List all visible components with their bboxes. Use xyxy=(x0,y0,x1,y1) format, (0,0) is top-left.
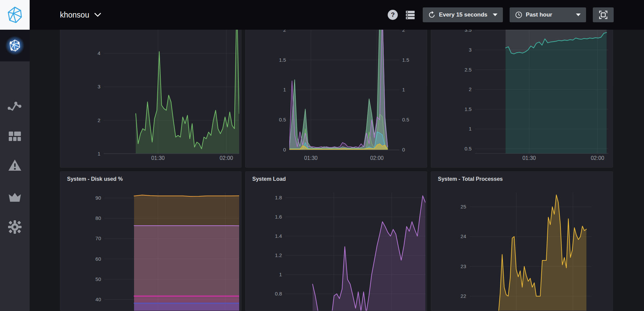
chevron-down-icon xyxy=(94,12,101,17)
y-axis-label: 1.2 xyxy=(258,252,282,259)
metrics-graph-icon xyxy=(8,100,22,112)
y-axis-label: 1.4 xyxy=(258,233,282,239)
y-axis-label: 40 xyxy=(77,296,101,303)
y-axis-label: 3.5 xyxy=(448,30,472,33)
panel-system-load[interactable]: System Load 1.81.61.41.210.80.6 xyxy=(245,171,427,311)
y-axis-label: 25 xyxy=(443,203,466,210)
y-axis-label: 50 xyxy=(77,276,101,283)
gem-logo-icon xyxy=(6,6,24,24)
help-button[interactable]: ? xyxy=(388,10,398,20)
sidebar-item-metrics[interactable] xyxy=(0,95,30,116)
y-axis-label: 0.6 xyxy=(258,310,282,311)
y-axis-label: 1 xyxy=(77,150,100,157)
caret-down-icon xyxy=(493,13,497,16)
time-range-dropdown[interactable]: Past hour xyxy=(510,7,586,22)
y-axis-label: 22 xyxy=(443,293,466,300)
clock-icon xyxy=(515,11,522,19)
help-icon: ? xyxy=(391,11,395,19)
sidebar-item-alerting[interactable] xyxy=(0,155,30,175)
gear-icon xyxy=(8,220,22,234)
y-axis-label: 1.5 xyxy=(262,57,286,63)
refresh-icon xyxy=(428,11,436,19)
y-axis-label: 1.8 xyxy=(258,194,282,201)
y-axis-label: 60 xyxy=(77,256,101,262)
sidebar-item-premium[interactable] xyxy=(0,187,30,207)
y-axis-label-right: 1.5 xyxy=(402,57,426,63)
left-sidebar xyxy=(0,30,30,311)
time-range-label: Past hour xyxy=(526,11,552,18)
x-axis-label: 01:30 xyxy=(296,155,326,162)
top-navbar: khonsou ? Every 15 seconds xyxy=(0,0,644,30)
network-orb-icon xyxy=(8,39,22,52)
app-logo[interactable] xyxy=(0,0,30,30)
y-axis-label: 3 xyxy=(77,83,100,90)
dashboards-grid-icon xyxy=(8,131,22,142)
y-axis-label: 1.5 xyxy=(448,106,472,113)
dashboard-list-icon[interactable] xyxy=(405,9,416,21)
y-axis-label: 90 xyxy=(77,195,101,201)
y-axis-label: 2 xyxy=(77,117,100,124)
y-axis-label: 23 xyxy=(443,263,466,270)
sidebar-item-settings[interactable] xyxy=(0,217,30,237)
y-axis-label: 0 xyxy=(262,146,286,153)
x-axis-label: 02:00 xyxy=(582,155,613,162)
y-axis-label-right: 1 xyxy=(402,86,426,93)
y-axis-label: 24 xyxy=(443,233,466,240)
chart-canvas[interactable] xyxy=(431,172,613,311)
y-axis-label: 0.8 xyxy=(258,290,282,297)
y-axis-label: 1 xyxy=(258,271,282,278)
y-axis-label: 0.5 xyxy=(262,116,286,123)
dashboard-title-menu[interactable]: khonsou xyxy=(60,0,101,30)
sidebar-item-network-orb[interactable] xyxy=(0,30,30,61)
y-axis-label: 0.5 xyxy=(448,145,472,152)
x-axis-label: 01:30 xyxy=(143,155,173,162)
dashboard-title: khonsou xyxy=(60,10,89,20)
caret-down-icon xyxy=(576,13,581,16)
refresh-interval-label: Every 15 seconds xyxy=(439,11,487,18)
y-axis-label: 80 xyxy=(77,215,101,222)
x-axis-label: 02:00 xyxy=(211,155,242,162)
y-axis-label: 1.6 xyxy=(258,214,282,220)
panel-total-processes[interactable]: System - Total Processes 25242322 xyxy=(431,171,613,311)
active-glow xyxy=(5,36,24,55)
fullscreen-button[interactable] xyxy=(593,7,614,22)
y-axis-label-right: 0 xyxy=(402,146,426,153)
x-axis-label: 01:30 xyxy=(514,155,544,162)
y-axis-label: 2 xyxy=(262,30,286,33)
alert-triangle-icon xyxy=(8,159,22,172)
y-axis-label-right: 2 xyxy=(402,30,426,33)
y-axis-label: 1 xyxy=(262,86,286,93)
sidebar-item-dashboards[interactable] xyxy=(0,126,30,147)
crown-icon xyxy=(8,192,22,202)
y-axis-label: 2.5 xyxy=(448,66,472,73)
y-axis-label-right: 0.5 xyxy=(402,116,426,123)
panel-top-left[interactable]: 432101:3002:00 xyxy=(60,30,242,168)
fullscreen-icon xyxy=(599,10,608,19)
panel-top-middle[interactable]: 221.51.5110.50.50001:3002:00 xyxy=(245,30,427,168)
y-axis-label: 4 xyxy=(77,50,100,57)
y-axis-label: 2 xyxy=(448,86,472,93)
x-axis-label: 02:00 xyxy=(362,155,392,162)
refresh-interval-dropdown[interactable]: Every 15 seconds xyxy=(423,7,503,22)
y-axis-label: 70 xyxy=(77,235,101,242)
panel-disk-used[interactable]: System - Disk used % 908070605040 xyxy=(60,171,242,311)
panel-top-right[interactable]: 3.532.521.510.501:3002:00 xyxy=(431,30,613,168)
y-axis-label: 3 xyxy=(448,47,472,53)
y-axis-label: 1 xyxy=(448,125,472,132)
